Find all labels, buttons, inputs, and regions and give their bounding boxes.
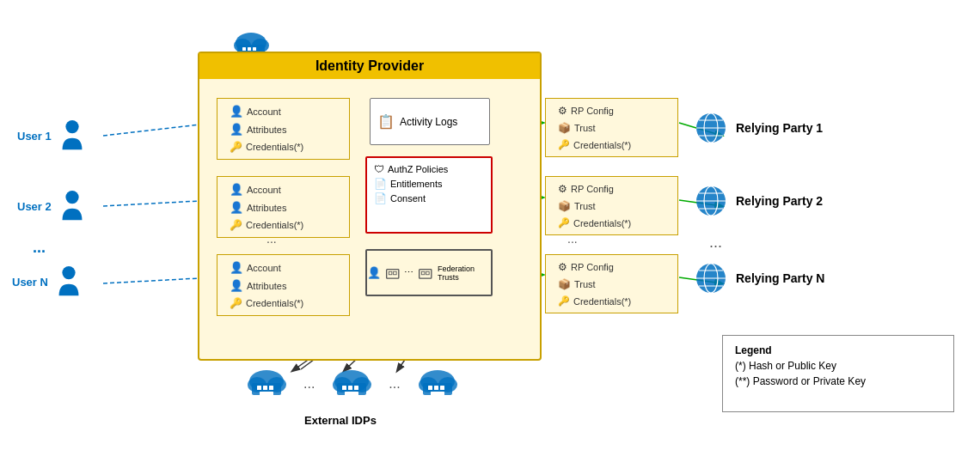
legend-box: Legend (*) Hash or Public Key (**) Passw… bbox=[722, 335, 954, 412]
rp-config-row-2: ⚙ RP Config bbox=[551, 180, 672, 198]
account-section-1: 👤 Account 👤 Attributes 🔑 Credentials(*) bbox=[217, 98, 350, 160]
rp-credentials-label-3: Credentials(*) bbox=[573, 296, 631, 307]
user-dots: ... bbox=[33, 239, 46, 257]
relying-party-n-group: Relying Party N bbox=[695, 262, 824, 295]
credentials-label-2: Credentials(*) bbox=[246, 220, 303, 230]
rp-config-label-3: RP Config bbox=[571, 262, 614, 272]
federation-cube-icon bbox=[384, 264, 401, 283]
account-dots: ... bbox=[266, 232, 277, 246]
account-label-3: Account bbox=[247, 263, 281, 273]
attributes-label-1: Attributes bbox=[247, 125, 286, 135]
svg-rect-56 bbox=[260, 392, 273, 396]
rp-config-label-2: RP Config bbox=[571, 184, 614, 194]
user-n-group: User N bbox=[12, 265, 83, 299]
credentials-label-1: Credentials(*) bbox=[246, 142, 303, 152]
svg-rect-72 bbox=[431, 392, 444, 396]
legend-title: Legend bbox=[735, 344, 941, 356]
attributes-row-3: 👤 Attributes bbox=[223, 277, 344, 295]
entitlements-label: Entitlements bbox=[390, 179, 443, 189]
rp-1-label: Relying Party 1 bbox=[736, 121, 823, 135]
rp-config-row-1: ⚙ RP Config bbox=[551, 102, 672, 119]
rp-credentials-label-1: Credentials(*) bbox=[573, 140, 631, 150]
account-section-2: 👤 Account 👤 Attributes 🔑 Credentials(*) bbox=[217, 176, 350, 238]
svg-rect-70 bbox=[434, 386, 438, 390]
relying-party-1-group: Relying Party 1 bbox=[695, 112, 823, 144]
account-row: 👤 Account bbox=[223, 102, 344, 120]
svg-rect-53 bbox=[257, 386, 261, 390]
trust-row-1: 📦 Trust bbox=[551, 119, 672, 137]
svg-point-32 bbox=[65, 191, 78, 204]
federation-label: Federation Trusts bbox=[438, 265, 491, 282]
user-n-label: User N bbox=[12, 276, 48, 289]
svg-rect-63 bbox=[354, 386, 358, 390]
trust-label-1: Trust bbox=[574, 123, 596, 133]
user-n-figure bbox=[55, 265, 83, 299]
credentials-row-2: 🔑 Credentials(*) bbox=[223, 216, 344, 234]
external-idp-1-icon bbox=[245, 368, 288, 400]
account-row-2: 👤 Account bbox=[223, 180, 344, 198]
user-1-group: User 1 bbox=[17, 119, 86, 153]
legend-item-2: (**) Password or Private Key bbox=[735, 375, 941, 387]
svg-rect-30 bbox=[426, 271, 430, 275]
rp-2-globe-icon bbox=[695, 185, 727, 217]
external-idps-label: External IDPs bbox=[272, 414, 409, 427]
account-label-2: Account bbox=[247, 185, 281, 195]
consent-label: Consent bbox=[390, 193, 426, 204]
svg-rect-55 bbox=[269, 386, 273, 390]
trust-label-2: Trust bbox=[574, 201, 596, 211]
rp-1-globe-icon bbox=[695, 112, 727, 144]
rp-config-label-1: RP Config bbox=[571, 106, 614, 116]
account-label-1: Account bbox=[247, 106, 281, 117]
authz-policies-label: AuthZ Policies bbox=[388, 164, 448, 174]
attributes-row-2: 👤 Attributes bbox=[223, 198, 344, 216]
diagram-container: Identity Provider 👤 Account 👤 Attributes… bbox=[0, 0, 980, 450]
svg-point-31 bbox=[65, 120, 78, 133]
svg-rect-23 bbox=[253, 47, 256, 51]
attributes-label-3: Attributes bbox=[247, 281, 286, 291]
user-2-figure bbox=[58, 189, 86, 223]
rp-config-box-2: ⚙ RP Config 📦 Trust 🔑 Credentials(*) bbox=[545, 176, 678, 235]
authz-box: 🛡 AuthZ Policies 📄 Entitlements 📄 Consen… bbox=[365, 156, 493, 234]
user-2-group: User 2 bbox=[17, 189, 86, 223]
external-idp-2-icon bbox=[330, 368, 373, 400]
activity-logs-box: 📋 Activity Logs bbox=[370, 98, 490, 145]
legend-item-1: (*) Hash or Public Key bbox=[735, 360, 941, 372]
svg-rect-69 bbox=[428, 386, 432, 390]
credentials-row-1: 🔑 Credentials(*) bbox=[223, 138, 344, 155]
rp-credentials-row-1: 🔑 Credentials(*) bbox=[551, 137, 672, 153]
svg-rect-21 bbox=[242, 47, 246, 51]
credentials-label-3: Credentials(*) bbox=[246, 298, 303, 308]
rp-dots: ... bbox=[709, 234, 722, 252]
rp-n-globe-icon bbox=[695, 262, 727, 295]
svg-point-33 bbox=[62, 266, 75, 279]
rp-n-label: Relying Party N bbox=[736, 271, 824, 285]
svg-rect-26 bbox=[389, 271, 392, 275]
svg-rect-27 bbox=[394, 271, 397, 275]
rp-config-box-3: ⚙ RP Config 📦 Trust 🔑 Credentials(*) bbox=[545, 254, 678, 313]
relying-party-2-group: Relying Party 2 bbox=[695, 185, 823, 217]
user-1-label: User 1 bbox=[17, 130, 52, 143]
trust-row-2: 📦 Trust bbox=[551, 198, 672, 215]
trust-label-3: Trust bbox=[574, 279, 596, 289]
user-1-figure bbox=[58, 119, 86, 153]
rp-credentials-row-2: 🔑 Credentials(*) bbox=[551, 215, 672, 231]
federation-cube2-icon bbox=[417, 264, 433, 283]
svg-rect-64 bbox=[345, 392, 358, 396]
idp-header: Identity Provider bbox=[199, 53, 540, 79]
rp-config-box-1: ⚙ RP Config 📦 Trust 🔑 Credentials(*) bbox=[545, 98, 678, 157]
account-section-3: 👤 Account 👤 Attributes 🔑 Credentials(*) bbox=[217, 254, 350, 316]
svg-rect-29 bbox=[422, 271, 426, 275]
account-row-3: 👤 Account bbox=[223, 258, 344, 277]
external-idps-group: ... ... bbox=[245, 368, 459, 400]
svg-rect-61 bbox=[342, 386, 346, 390]
svg-rect-22 bbox=[248, 47, 251, 51]
credentials-row-3: 🔑 Credentials(*) bbox=[223, 295, 344, 312]
svg-rect-62 bbox=[348, 386, 352, 390]
svg-rect-28 bbox=[420, 269, 432, 278]
trust-row-3: 📦 Trust bbox=[551, 276, 672, 293]
rp-2-label: Relying Party 2 bbox=[736, 194, 823, 208]
user-2-label: User 2 bbox=[17, 200, 52, 213]
attributes-row-1: 👤 Attributes bbox=[223, 120, 344, 138]
federation-box: 👤 ⋯ Federation Trusts bbox=[365, 249, 493, 296]
rp-config-dots: ... bbox=[567, 232, 578, 246]
